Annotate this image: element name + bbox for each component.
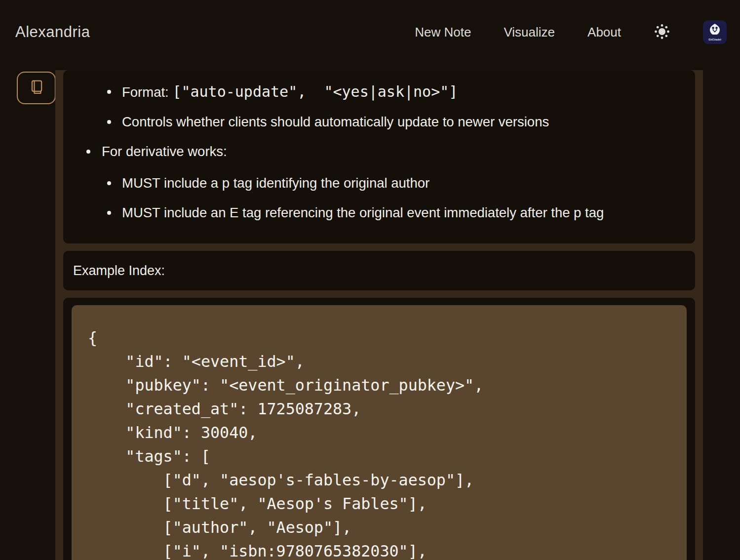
brand-title[interactable]: Alexandria (15, 23, 90, 41)
sidebar-toggle-button[interactable] (17, 72, 56, 104)
code-block: { "id": "<event_id>", "pubkey": "<event_… (72, 305, 687, 560)
code-line: ["title", "Aesop's Fables"], (88, 492, 670, 516)
gitcitadel-logo[interactable]: GitCitadel (703, 20, 727, 44)
bullet-dot (107, 181, 111, 185)
spec-card: Format: ["auto-update", "<yes|ask|no>"] … (63, 70, 695, 243)
top-nav: New Note Visualize About (415, 20, 727, 44)
code-line: "id": "<event_id>", (88, 350, 670, 373)
code-line: "pubkey": "<event_originator_pubkey>", (88, 373, 670, 397)
nav-item-new-note[interactable]: New Note (415, 25, 471, 40)
code-line: "kind": 30040, (88, 421, 670, 444)
example-heading-card: Example Index: (63, 251, 695, 290)
nav-item-visualize[interactable]: Visualize (504, 25, 555, 40)
code-line: ["d", "aesop's-fables-by-aesop"], (88, 468, 670, 492)
theme-toggle-button[interactable] (654, 23, 670, 41)
code-line: ["author", "Aesop"], (88, 516, 670, 539)
bullet-dot (107, 211, 111, 215)
book-icon (28, 79, 45, 98)
nav-item-about[interactable]: About (587, 25, 621, 40)
sun-icon (654, 23, 670, 41)
list-item-must-p-tag: MUST include a p tag identifying the ori… (75, 176, 683, 190)
logo-label: GitCitadel (708, 38, 721, 41)
example-heading: Example Index: (73, 263, 685, 278)
derivative-text: For derivative works: (102, 144, 227, 159)
format-inline-code: ["auto-update", "<yes|ask|no>"] (172, 83, 458, 100)
code-line: "created_at": 1725087283, (88, 397, 670, 421)
controls-text: Controls whether clients should automati… (122, 114, 549, 129)
bullet-dot (107, 90, 111, 94)
list-item-format: Format: ["auto-update", "<yes|ask|no>"] (75, 85, 683, 99)
list-item-must-e-tag: MUST include an E tag referencing the or… (75, 206, 683, 220)
must-p-text: MUST include a p tag identifying the ori… (122, 175, 429, 191)
gitcitadel-shield-icon (708, 23, 721, 37)
list-item-derivative-works: For derivative works: (75, 145, 683, 159)
format-label: Format: (122, 84, 172, 100)
bullet-dot (86, 150, 90, 154)
header: Alexandria New Note Visualize About (0, 0, 740, 64)
list-item-controls: Controls whether clients should automati… (75, 115, 683, 129)
code-line: "tags": [ (88, 444, 670, 468)
code-line: ["i", "isbn:9780765382030"], (88, 539, 670, 560)
code-line: { (88, 326, 670, 350)
content-panel: Format: ["auto-update", "<yes|ask|no>"] … (55, 70, 703, 560)
must-e-text: MUST include an E tag referencing the or… (122, 205, 604, 220)
example-code-card: { "id": "<event_id>", "pubkey": "<event_… (63, 298, 695, 560)
bullet-dot (107, 120, 111, 124)
